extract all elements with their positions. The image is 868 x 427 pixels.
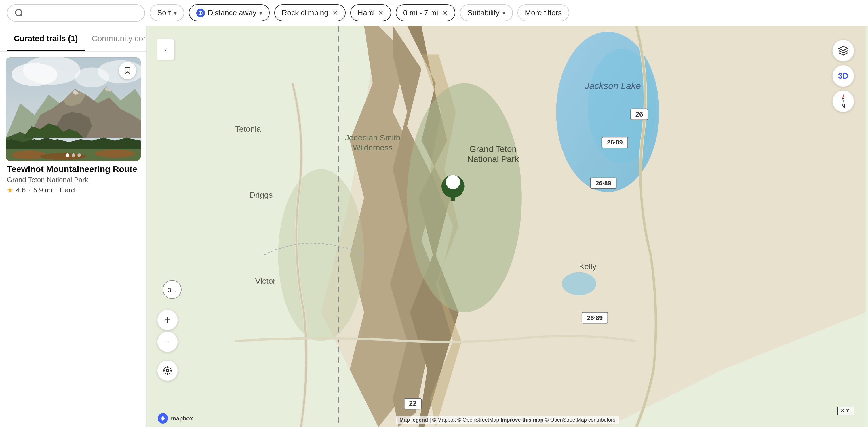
zoom-out-icon: − xyxy=(164,336,170,348)
svg-point-34 xyxy=(278,169,364,341)
svg-point-64 xyxy=(166,369,169,372)
tabs: Curated trails (1) Community content xyxy=(0,26,147,52)
distance-icon xyxy=(196,9,205,17)
sort-label: Sort xyxy=(157,8,171,17)
svg-point-63 xyxy=(842,98,844,99)
suitability-label: Suitability xyxy=(467,8,499,17)
3d-label: 3D xyxy=(838,71,848,80)
svg-point-10 xyxy=(23,57,81,85)
dot-1 xyxy=(66,153,69,157)
rock-climbing-label: Rock climbing xyxy=(282,8,329,17)
main-content: Curated trails (1) Community content xyxy=(0,26,868,427)
zoom-out-button[interactable]: − xyxy=(157,331,178,352)
map-area[interactable]: Jackson Lake Jedediah Smith Wilderness G… xyxy=(147,26,868,427)
suitability-filter[interactable]: Suitability ▾ xyxy=(460,4,513,21)
mapbox-icon xyxy=(157,413,169,424)
svg-text:26·89: 26·89 xyxy=(595,179,611,187)
star-icon: ★ xyxy=(7,186,13,194)
search-input[interactable]: Alta, Wyoming xyxy=(27,8,137,18)
north-label: N xyxy=(841,104,845,110)
svg-point-40 xyxy=(446,175,460,189)
mapbox-logo: mapbox xyxy=(157,413,193,424)
svg-point-26 xyxy=(95,150,135,158)
svg-text:26·89: 26·89 xyxy=(607,139,623,146)
svg-marker-62 xyxy=(839,46,847,51)
svg-text:26·89: 26·89 xyxy=(587,314,603,321)
trail-image xyxy=(6,57,141,161)
distance-range-label: 0 mi - 7 mi xyxy=(403,8,438,17)
search-box[interactable]: Alta, Wyoming xyxy=(7,4,145,22)
distance-label: Distance away xyxy=(208,8,256,17)
trail-name: Teewinot Mountaineering Route xyxy=(7,164,140,174)
location-icon xyxy=(163,366,173,375)
map-scale: 3 mi xyxy=(837,406,854,416)
svg-point-33 xyxy=(407,83,522,313)
left-panel: Curated trails (1) Community content xyxy=(0,26,147,427)
separator-1: · xyxy=(29,186,31,194)
map-attribution: Map legend | © Mapbox © OpenStreetMap Im… xyxy=(396,416,619,424)
zoom-controls: + − xyxy=(157,309,178,352)
hard-close-icon[interactable]: ✕ xyxy=(378,9,384,17)
map-svg: Jackson Lake Jedediah Smith Wilderness G… xyxy=(147,26,868,427)
svg-text:Kelly: Kelly xyxy=(579,262,596,271)
north-button[interactable]: N xyxy=(832,90,854,112)
sort-chevron-icon: ▾ xyxy=(174,9,177,17)
more-filters-label: More filters xyxy=(525,8,562,17)
svg-text:National Park: National Park xyxy=(467,154,519,164)
dot-3 xyxy=(78,153,81,157)
trail-list: Teewinot Mountaineering Route Grand Teto… xyxy=(0,52,147,427)
tab-curated[interactable]: Curated trails (1) xyxy=(7,26,85,51)
svg-point-37 xyxy=(562,272,596,295)
3d-button[interactable]: 3D xyxy=(832,65,854,87)
compass-icon xyxy=(838,93,848,104)
trail-info: Teewinot Mountaineering Route Grand Teto… xyxy=(6,161,141,198)
svg-point-3 xyxy=(200,12,201,13)
dot-2 xyxy=(72,153,75,157)
svg-text:3...: 3... xyxy=(168,287,177,294)
map-legend-link[interactable]: Map legend xyxy=(400,417,428,423)
svg-text:Jackson Lake: Jackson Lake xyxy=(585,80,641,91)
distance-range-close-icon[interactable]: ✕ xyxy=(442,9,448,17)
rock-climbing-filter[interactable]: Rock climbing ✕ xyxy=(274,4,346,21)
trail-meta: ★ 4.6 · 5.9 mi · Hard xyxy=(7,186,140,194)
distance-chevron-icon: ▾ xyxy=(259,9,262,17)
scale-label: 3 mi xyxy=(841,408,851,414)
svg-point-67 xyxy=(162,417,164,420)
svg-text:Wilderness: Wilderness xyxy=(353,143,393,152)
mapbox-text: mapbox xyxy=(171,415,193,422)
trail-rating: 4.6 xyxy=(16,186,26,194)
layers-icon xyxy=(838,45,848,56)
svg-text:Tetonia: Tetonia xyxy=(235,125,261,133)
zoom-in-button[interactable]: + xyxy=(157,309,178,330)
improve-map-link[interactable]: Improve this map xyxy=(500,417,544,423)
map-controls: 3D N xyxy=(832,40,854,112)
save-button[interactable] xyxy=(119,62,136,79)
trail-distance: 5.9 mi xyxy=(33,186,52,194)
svg-point-0 xyxy=(16,9,22,15)
search-icon xyxy=(14,8,24,18)
svg-text:Driggs: Driggs xyxy=(250,191,273,199)
layers-button[interactable] xyxy=(832,40,854,62)
trail-card[interactable]: Teewinot Mountaineering Route Grand Teto… xyxy=(6,57,141,198)
top-bar: Alta, Wyoming Sort ▾ Distance away ▾ Roc… xyxy=(0,0,868,26)
svg-point-65 xyxy=(164,367,171,374)
sort-filter[interactable]: Sort ▾ xyxy=(150,4,184,21)
hard-filter[interactable]: Hard ✕ xyxy=(350,4,391,21)
more-filters[interactable]: More filters xyxy=(518,4,569,21)
location-button[interactable] xyxy=(157,360,178,381)
image-dots xyxy=(66,153,81,157)
suitability-chevron-icon: ▾ xyxy=(502,9,505,17)
svg-text:Victor: Victor xyxy=(255,276,276,286)
separator-2: · xyxy=(55,186,57,194)
svg-text:Jedediah Smith: Jedediah Smith xyxy=(345,133,400,142)
rock-climbing-close-icon[interactable]: ✕ xyxy=(332,9,338,17)
zoom-in-icon: + xyxy=(164,314,170,326)
svg-text:22: 22 xyxy=(409,399,417,407)
distance-range-filter[interactable]: 0 mi - 7 mi ✕ xyxy=(396,4,455,21)
distance-filter[interactable]: Distance away ▾ xyxy=(189,4,270,21)
svg-text:26: 26 xyxy=(636,110,643,118)
tab-community[interactable]: Community content xyxy=(85,26,147,51)
collapse-panel-button[interactable]: ‹ xyxy=(157,39,175,60)
trail-difficulty: Hard xyxy=(60,186,75,194)
svg-text:Grand Teton: Grand Teton xyxy=(469,144,517,154)
